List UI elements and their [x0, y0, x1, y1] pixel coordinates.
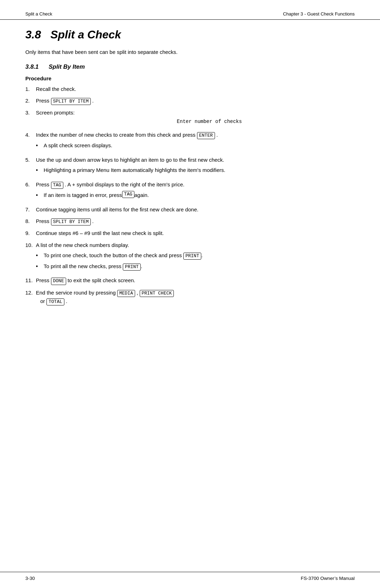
step-6-text-after: . A + symbol displays to the right of th…: [65, 181, 184, 187]
step-6: Press TAG . A + symbol displays to the r…: [25, 180, 355, 202]
step-2-text-before: Press: [36, 98, 51, 104]
step-4-text-before: Index the number of new checks to create…: [36, 132, 197, 138]
step-7-content: Continue tagging items until all items f…: [36, 205, 355, 213]
page-footer: 3-30 FS-3700 Owner’s Manual: [0, 572, 380, 588]
header-right: Chapter 3 - Guest Check Functions: [283, 11, 355, 17]
step-4-bullets: A split check screen displays.: [36, 141, 355, 150]
step-10-text: A list of the new check numbers display.: [36, 242, 129, 248]
step-5: Use the up and down arrow keys to highli…: [25, 156, 355, 177]
step-3-text: Screen prompts:: [36, 110, 75, 116]
page-header: Split a Check Chapter 3 - Guest Check Fu…: [0, 0, 380, 20]
main-content: 3.8 Split a Check Only items that have b…: [0, 20, 380, 572]
step-1-text: Recall the check.: [36, 86, 76, 92]
step-8-content: Press SPLIT BY ITEM .: [36, 217, 355, 225]
chapter-title: 3.8 Split a Check: [25, 28, 355, 41]
step-11-text-before: Press: [36, 277, 51, 283]
step-8-text-before: Press: [36, 218, 51, 224]
step-2-content: Press SPLIT BY ITEM .: [36, 97, 355, 105]
step-12-text-before: End the service round by pressing: [36, 290, 117, 296]
step-10-bullets: To print one check, touch the button of …: [36, 251, 355, 271]
step-5-content: Use the up and down arrow keys to highli…: [36, 156, 355, 177]
step-12: End the service round by pressing MEDIA …: [25, 289, 355, 305]
step-1: Recall the check.: [25, 85, 355, 93]
step-3: Screen prompts: Enter number of checks: [25, 109, 355, 127]
step-4-content: Index the number of new checks to create…: [36, 131, 355, 152]
intro-paragraph: Only items that have been sent can be sp…: [25, 48, 355, 56]
procedure-list: Recall the check. Press SPLIT BY ITEM . …: [25, 85, 355, 305]
step-6-bullet-1: If an item is tagged in error, press TAG…: [36, 191, 355, 200]
header-left: Split a Check: [25, 11, 52, 17]
total-key: TOTAL: [46, 298, 64, 305]
step-8: Press SPLIT BY ITEM .: [25, 217, 355, 225]
step-3-content: Screen prompts: Enter number of checks: [36, 109, 355, 127]
step-6-bullets: If an item is tagged in error, press TAG…: [36, 191, 355, 200]
step-10-bullet-1: To print one check, touch the button of …: [36, 251, 355, 260]
step-12-text-end: .: [66, 298, 67, 304]
step-9: Continue steps #6 – #9 until the last ne…: [25, 229, 355, 237]
step-10-bullet-2: To print all the new checks, press PRINT…: [36, 262, 355, 271]
done-key: DONE: [51, 278, 66, 285]
subsection-title-text: Split By Item: [49, 63, 85, 70]
step-5-bullets: Highlighting a primary Menu Item automat…: [36, 166, 355, 175]
split-by-item-key-1: SPLIT BY ITEM: [51, 98, 91, 105]
step-1-content: Recall the check.: [36, 85, 355, 93]
print-key-2: PRINT: [123, 264, 141, 271]
step-4: Index the number of new checks to create…: [25, 131, 355, 152]
chapter-title-text: Split a Check: [50, 28, 121, 41]
enter-key: ENTER: [197, 132, 215, 139]
step-10-bullet-1-text: To print one check, touch the button of …: [44, 251, 203, 260]
step-12-content: End the service round by pressing MEDIA …: [36, 289, 355, 305]
footer-left: 3-30: [25, 576, 35, 581]
step-9-text: Continue steps #6 – #9 until the last ne…: [36, 230, 164, 236]
media-key: MEDIA: [117, 290, 135, 297]
step-2: Press SPLIT BY ITEM .: [25, 97, 355, 105]
step-10-bullet-2-text: To print all the new checks, press PRINT…: [44, 262, 142, 271]
step-8-text-after: .: [92, 218, 94, 224]
step-4-bullet-1-text: A split check screen displays.: [44, 141, 112, 149]
step-12-text-after: or: [36, 298, 46, 304]
step-6-bullet-1-text-after: again.: [134, 191, 149, 199]
step-6-text-before: Press: [36, 181, 51, 187]
step-12-text-mid: ,: [137, 290, 139, 296]
print-check-key: PRINT CHECK: [140, 290, 174, 297]
step-10: A list of the new check numbers display.…: [25, 241, 355, 273]
step-7: Continue tagging items until all items f…: [25, 205, 355, 213]
step-5-bullet-1-text: Highlighting a primary Menu Item automat…: [44, 166, 225, 174]
print-key-1: PRINT: [183, 253, 201, 260]
step-9-content: Continue steps #6 – #9 until the last ne…: [36, 229, 355, 237]
split-by-item-key-2: SPLIT BY ITEM: [51, 218, 91, 225]
step-4-bullet-1: A split check screen displays.: [36, 141, 355, 150]
step-11-text-after: to exit the split check screen.: [68, 277, 135, 283]
step-5-text: Use the up and down arrow keys to highli…: [36, 157, 224, 163]
subsection-number: 3.8.1: [25, 63, 39, 70]
tag-key-1: TAG: [51, 182, 63, 189]
page-container: Split a Check Chapter 3 - Guest Check Fu…: [0, 0, 380, 588]
tag-key-2: TAG: [122, 191, 134, 198]
screen-prompt: Enter number of checks: [64, 118, 355, 126]
step-2-text-after: .: [92, 98, 94, 104]
procedure-heading: Procedure: [25, 75, 355, 81]
footer-right: FS-3700 Owner’s Manual: [301, 576, 355, 581]
subsection-title: 3.8.1 Split By Item: [25, 63, 355, 70]
chapter-number: 3.8: [25, 28, 41, 41]
step-5-bullet-1: Highlighting a primary Menu Item automat…: [36, 166, 355, 175]
step-6-bullet-1-text: If an item is tagged in error, press: [44, 191, 122, 199]
step-7-text: Continue tagging items until all items f…: [36, 206, 198, 212]
step-11-content: Press DONE to exit the split check scree…: [36, 276, 355, 285]
step-6-content: Press TAG . A + symbol displays to the r…: [36, 180, 355, 202]
step-11: Press DONE to exit the split check scree…: [25, 276, 355, 285]
step-4-text-after: .: [216, 132, 218, 138]
step-10-content: A list of the new check numbers display.…: [36, 241, 355, 273]
